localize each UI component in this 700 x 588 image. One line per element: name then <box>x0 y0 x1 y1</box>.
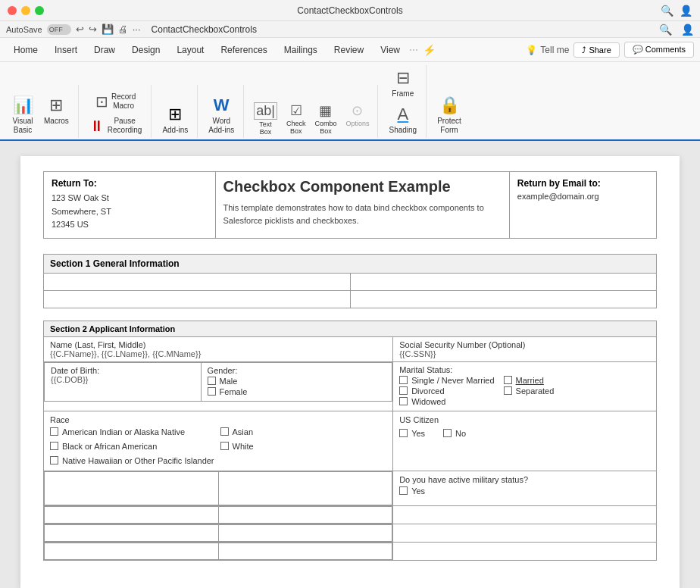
marital-columns: Single / Never Married Divorced Widowed <box>399 374 650 408</box>
options-button[interactable]: ⊙ Options <box>342 100 373 138</box>
empty-row3 <box>44 542 393 560</box>
section1-row2-col2 <box>350 290 657 308</box>
autosave-toggle[interactable]: OFF <box>47 24 71 35</box>
nav-mailings[interactable]: Mailings <box>277 42 325 58</box>
dob-value: {{C.DOB}} <box>51 375 195 384</box>
traffic-lights <box>8 6 44 15</box>
toolbar-group-word: W WordAdd-ins <box>202 85 244 138</box>
marital-divorced-checkbox[interactable] <box>399 386 408 395</box>
military-yes-checkbox[interactable] <box>399 486 408 495</box>
section1-row1-col1 <box>44 273 351 290</box>
marital-widowed-checkbox[interactable] <box>399 397 408 405</box>
nav-draw[interactable]: Draw <box>86 42 123 58</box>
section1-table: Section 1 General Information <box>43 254 657 308</box>
nav-home[interactable]: Home <box>6 42 45 58</box>
dob-cell: Date of Birth: {{C.DOB}} <box>45 362 202 401</box>
nav-references[interactable]: References <box>213 42 274 58</box>
race-baa-label: Black or African American <box>62 442 157 451</box>
minimize-button[interactable] <box>21 6 30 15</box>
account-icon[interactable]: 👤 <box>680 5 692 17</box>
nav-view[interactable]: View <box>373 42 408 58</box>
citizen-yes-checkbox[interactable] <box>399 429 408 437</box>
empty-r1c1 <box>45 506 219 523</box>
title-bar: ContactCheckboxControls 🔍 👤 <box>0 0 700 21</box>
check-box-button[interactable]: ☑ CheckBox <box>283 100 310 138</box>
comment-icon: 💬 <box>633 45 645 54</box>
word-add-ins-button[interactable]: W WordAdd-ins <box>204 92 239 138</box>
maximize-button[interactable] <box>35 6 44 15</box>
empty-r3c3 <box>393 542 657 560</box>
toolbar: 📊 VisualBasic ⊞ Macros ⊡ RecordMacro ⏸ P… <box>0 62 700 141</box>
search-icon[interactable]: 🔍 <box>661 5 673 17</box>
gender-female-checkbox[interactable] <box>208 387 216 396</box>
marital-widowed-row: Widowed <box>399 397 494 406</box>
race-baa-checkbox[interactable] <box>50 442 58 450</box>
empty-row1-inner <box>44 506 392 524</box>
macros-button[interactable]: ⊞ Macros <box>39 92 73 138</box>
gender-male-checkbox[interactable] <box>208 377 216 385</box>
nav-design[interactable]: Design <box>124 42 167 58</box>
add-ins-icon: ⊞ <box>168 105 182 124</box>
marital-single-checkbox[interactable] <box>399 376 408 384</box>
nav-insert[interactable]: Insert <box>47 42 85 58</box>
section1-row1-col2 <box>350 273 657 290</box>
name-value: {{C.FName}}, {{C.LName}}, {{C.MName}} <box>50 349 386 358</box>
citizen-no-checkbox[interactable] <box>443 429 452 437</box>
marital-separated-label: Separated <box>516 386 555 396</box>
tell-me-field[interactable]: 💡 Tell me <box>526 45 569 55</box>
race-nhpi-label: Native Hawaiian or Other Pacific Islande… <box>62 456 214 465</box>
undo-icon[interactable]: ↩ <box>76 23 84 35</box>
marital-right: Married Separated <box>504 374 555 408</box>
combo-box-icon: ▦ <box>319 102 332 119</box>
print-icon[interactable]: 🖨 <box>118 23 128 35</box>
marital-separated-checkbox[interactable] <box>504 386 512 395</box>
more-icon[interactable]: ··· <box>133 23 141 35</box>
pause-recording-icon: ⏸ <box>89 117 105 135</box>
add-ins-button[interactable]: ⊞ Add-ins <box>158 102 192 138</box>
race-white-checkbox[interactable] <box>220 442 229 450</box>
shading-button[interactable]: A Shading <box>384 102 421 138</box>
text-box-button[interactable]: ab| TextBox <box>250 100 281 138</box>
empty-r3c1 <box>45 543 219 559</box>
gender-male-row: Male <box>208 377 386 386</box>
pause-recording-button[interactable]: ⏸ PauseRecording <box>85 114 147 138</box>
redo-icon[interactable]: ↪ <box>89 23 97 35</box>
visual-basic-button[interactable]: 📊 VisualBasic <box>8 92 38 138</box>
ssn-value: {{C.SSN}} <box>399 349 650 358</box>
marital-married-row: Married <box>504 376 555 385</box>
record-macro-button[interactable]: ⊡ RecordMacro <box>91 89 140 114</box>
gender-female-label: Female <box>220 387 248 396</box>
save-icon[interactable]: 💾 <box>102 23 114 35</box>
race-nhpi-checkbox[interactable] <box>50 456 58 464</box>
race-options: American Indian or Alaska Native Black o… <box>50 426 386 467</box>
nav-review[interactable]: Review <box>327 42 371 58</box>
section2-table: Section 2 Applicant Information Name (La… <box>43 321 657 561</box>
frame-button[interactable]: ⊟ Frame <box>387 65 418 102</box>
shading-icon: A <box>397 105 408 124</box>
section1-header: Section 1 General Information <box>44 254 657 273</box>
text-box-icon: ab| <box>254 102 277 120</box>
protect-form-button[interactable]: 🔒 ProtectForm <box>433 92 466 138</box>
marital-single-row: Single / Never Married <box>399 376 494 385</box>
toolbar-group-layout: ⊟ Frame A Shading <box>383 65 427 138</box>
race-col1: American Indian or Alaska Native Black o… <box>50 426 214 467</box>
race-cell: Race American Indian or Alaska Native Bl… <box>44 411 393 471</box>
title-bar-actions: 🔍 👤 <box>661 5 692 17</box>
share-button[interactable]: ⤴ Share <box>573 42 619 58</box>
account-icon-right[interactable]: 👤 <box>681 23 694 36</box>
header-table: Return To: 123 SW Oak StSomewhere, ST123… <box>43 171 657 239</box>
doc-header-title: Checkbox Component Example <box>223 178 502 195</box>
word-add-ins-icon: W <box>214 95 230 115</box>
close-button[interactable] <box>8 6 17 15</box>
race-asian-checkbox[interactable] <box>220 427 229 436</box>
race-white-row: White <box>220 442 254 451</box>
empty-row2-inner <box>44 524 392 542</box>
search-icon-right[interactable]: 🔍 <box>659 23 672 36</box>
race-nhpi-row: Native Hawaiian or Other Pacific Islande… <box>50 456 214 465</box>
nav-layout[interactable]: Layout <box>169 42 211 58</box>
comments-button[interactable]: 💬 Comments <box>624 42 694 58</box>
marital-married-checkbox[interactable] <box>504 376 512 384</box>
gender-cell: Gender: Male Female <box>201 362 392 401</box>
combo-box-button[interactable]: ▦ ComboBox <box>311 100 340 138</box>
race-aian-checkbox[interactable] <box>50 427 58 436</box>
